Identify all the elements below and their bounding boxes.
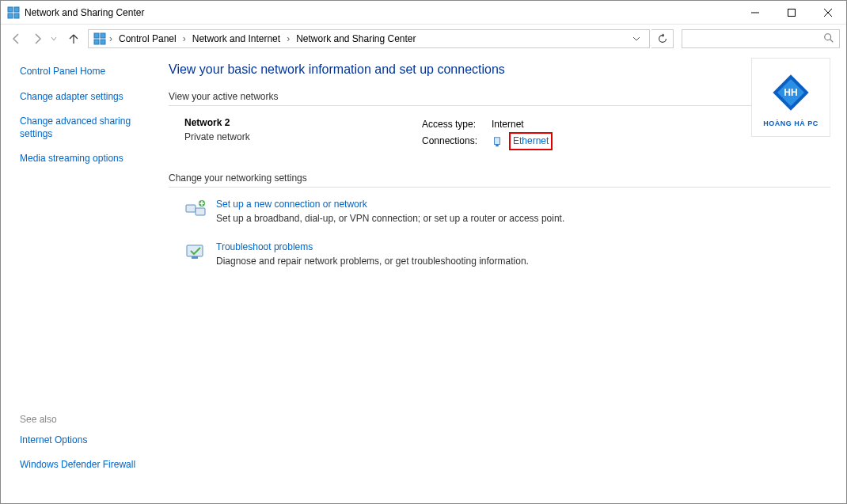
search-box[interactable]: [682, 29, 840, 48]
active-network-block: Network 2 Private network Access type: I…: [169, 117, 830, 150]
change-settings-label: Change your networking settings: [169, 172, 830, 184]
page-heading: View your basic network information and …: [169, 63, 830, 77]
troubleshoot-link[interactable]: Troubleshoot problems: [216, 241, 529, 252]
svg-rect-19: [186, 205, 196, 212]
svg-rect-17: [495, 138, 500, 145]
connections-label: Connections:: [422, 134, 485, 149]
svg-text:HH: HH: [784, 87, 797, 98]
close-button[interactable]: [810, 1, 846, 25]
svg-rect-11: [101, 40, 105, 44]
chevron-right-icon: ›: [287, 33, 290, 44]
content-area: Control Panel Home Change adapter settin…: [1, 53, 846, 503]
maximize-button[interactable]: [773, 1, 810, 25]
search-icon[interactable]: [823, 32, 834, 46]
chevron-right-icon: ›: [183, 33, 186, 44]
search-input[interactable]: [687, 33, 823, 44]
titlebar: Network and Sharing Center: [1, 1, 846, 25]
sidebar-link-media[interactable]: Media streaming options: [20, 153, 153, 165]
troubleshoot-desc: Diagnose and repair network problems, or…: [216, 256, 529, 267]
svg-rect-9: [101, 33, 105, 38]
app-icon: [7, 6, 20, 19]
access-type-label: Access type:: [422, 117, 485, 132]
refresh-button[interactable]: [651, 29, 674, 48]
network-details: Access type: Internet Connections: Ether…: [422, 117, 553, 150]
sidebar-link-advanced[interactable]: Change advanced sharing settings: [20, 116, 153, 140]
svg-rect-8: [94, 33, 99, 38]
sidebar-link-adapter[interactable]: Change adapter settings: [20, 91, 153, 104]
see-also-firewall[interactable]: Windows Defender Firewall: [20, 459, 153, 472]
connection-ethernet-link[interactable]: Ethernet: [509, 132, 553, 150]
svg-rect-20: [196, 208, 205, 215]
setup-connection-desc: Set up a broadband, dial-up, or VPN conn…: [216, 213, 564, 224]
setup-connection-icon: [184, 199, 207, 221]
window-root: Network and Sharing Center: [0, 0, 847, 504]
svg-rect-1: [14, 7, 19, 12]
network-type: Private network: [184, 131, 422, 142]
svg-line-13: [830, 39, 834, 42]
window-controls: [737, 1, 846, 25]
settings-list: Set up a new connection or network Set u…: [169, 199, 830, 267]
svg-rect-5: [788, 9, 796, 16]
address-dropdown-button[interactable]: [629, 35, 644, 43]
recent-locations-dropdown[interactable]: [48, 36, 59, 42]
up-button[interactable]: [64, 29, 83, 48]
ethernet-icon: [492, 136, 503, 147]
access-type-value: Internet: [492, 117, 524, 132]
brand-logo-text: HOÀNG HÀ PC: [763, 119, 819, 127]
forward-button[interactable]: [28, 29, 47, 48]
network-identity: Network 2 Private network: [184, 117, 422, 150]
network-name: Network 2: [184, 117, 422, 128]
breadcrumb-network-sharing[interactable]: Network and Sharing Center: [293, 32, 419, 46]
svg-rect-0: [8, 7, 13, 12]
svg-rect-18: [496, 144, 499, 146]
sidebar-link-home[interactable]: Control Panel Home: [20, 66, 153, 78]
chevron-right-icon: ›: [109, 33, 112, 44]
see-also-internet-options[interactable]: Internet Options: [20, 434, 153, 447]
troubleshoot-icon: [184, 241, 207, 263]
active-networks-label: View your active networks: [169, 91, 830, 102]
svg-rect-3: [14, 13, 19, 18]
window-title: Network and Sharing Center: [25, 7, 737, 18]
setup-connection-link[interactable]: Set up a new connection or network: [216, 199, 564, 210]
see-also-section: See also Internet Options Windows Defend…: [20, 414, 153, 491]
address-bar-icon: [93, 32, 106, 45]
section-divider: [169, 105, 830, 106]
svg-rect-25: [192, 256, 198, 259]
breadcrumb-network-internet[interactable]: Network and Internet: [189, 32, 283, 46]
svg-point-12: [825, 33, 831, 40]
sidebar: Control Panel Home Change adapter settin…: [1, 53, 159, 503]
troubleshoot-item: Troubleshoot problems Diagnose and repai…: [184, 241, 830, 267]
brand-logo: HH HOÀNG HÀ PC: [751, 58, 830, 137]
svg-rect-2: [8, 13, 13, 18]
main-panel: HH HOÀNG HÀ PC View your basic network i…: [159, 53, 846, 503]
navbar: › Control Panel › Network and Internet ›…: [1, 25, 846, 53]
svg-rect-24: [187, 245, 203, 256]
svg-rect-10: [94, 40, 99, 44]
setup-connection-item: Set up a new connection or network Set u…: [184, 199, 830, 224]
back-button[interactable]: [7, 29, 26, 48]
breadcrumb-control-panel[interactable]: Control Panel: [116, 32, 180, 46]
address-bar[interactable]: › Control Panel › Network and Internet ›…: [88, 29, 650, 48]
see-also-label: See also: [20, 414, 153, 425]
brand-logo-icon: HH: [765, 67, 816, 118]
minimize-button[interactable]: [737, 1, 773, 25]
section-divider: [169, 187, 830, 188]
